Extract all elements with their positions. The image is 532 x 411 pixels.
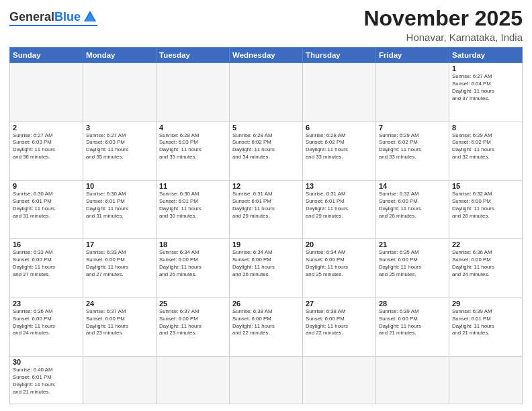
- day-number: 5: [232, 124, 300, 132]
- day-info: Sunrise: 6:33 AM Sunset: 6:00 PM Dayligh…: [13, 249, 80, 279]
- day-info: Sunrise: 6:38 AM Sunset: 6:00 PM Dayligh…: [232, 308, 300, 338]
- calendar-cell: 29Sunrise: 6:39 AM Sunset: 6:01 PM Dayli…: [449, 298, 523, 356]
- calendar-cell: 15Sunrise: 6:32 AM Sunset: 6:00 PM Dayli…: [449, 180, 523, 238]
- day-number: 15: [452, 182, 519, 190]
- day-header-tuesday: Tuesday: [157, 48, 230, 63]
- day-info: Sunrise: 6:35 AM Sunset: 6:00 PM Dayligh…: [379, 249, 446, 279]
- logo-blue-text: Blue: [54, 10, 81, 24]
- day-info: Sunrise: 6:37 AM Sunset: 6:00 PM Dayligh…: [86, 308, 153, 338]
- calendar-cell: 13Sunrise: 6:31 AM Sunset: 6:01 PM Dayli…: [303, 180, 376, 238]
- day-number: 29: [452, 300, 519, 308]
- title-block: November 2025 Honavar, Karnataka, India: [363, 7, 523, 43]
- calendar-cell: [230, 63, 303, 122]
- day-info: Sunrise: 6:27 AM Sunset: 6:04 PM Dayligh…: [452, 73, 519, 103]
- calendar-cell: [230, 357, 303, 404]
- day-info: Sunrise: 6:30 AM Sunset: 6:01 PM Dayligh…: [13, 191, 80, 220]
- calendar-cell: 5Sunrise: 6:28 AM Sunset: 6:02 PM Daylig…: [230, 122, 303, 180]
- logo-icon: [83, 9, 97, 24]
- calendar-cell: 11Sunrise: 6:30 AM Sunset: 6:01 PM Dayli…: [157, 180, 230, 238]
- day-number: 21: [379, 240, 446, 248]
- day-header-thursday: Thursday: [303, 48, 376, 63]
- day-info: Sunrise: 6:27 AM Sunset: 6:03 PM Dayligh…: [13, 132, 80, 162]
- day-header-monday: Monday: [83, 48, 157, 63]
- day-info: Sunrise: 6:32 AM Sunset: 6:00 PM Dayligh…: [379, 191, 446, 220]
- day-number: 19: [232, 240, 300, 248]
- header: General Blue November 2025 Honavar, Karn…: [9, 7, 523, 43]
- day-info: Sunrise: 6:28 AM Sunset: 6:02 PM Dayligh…: [232, 132, 300, 162]
- day-info: Sunrise: 6:34 AM Sunset: 6:00 PM Dayligh…: [159, 249, 226, 279]
- day-info: Sunrise: 6:30 AM Sunset: 6:01 PM Dayligh…: [86, 191, 153, 220]
- day-number: 17: [86, 240, 153, 248]
- calendar-table: SundayMondayTuesdayWednesdayThursdayFrid…: [9, 47, 523, 404]
- calendar-cell: [376, 357, 449, 404]
- day-number: 30: [13, 358, 80, 366]
- day-info: Sunrise: 6:32 AM Sunset: 6:00 PM Dayligh…: [452, 191, 519, 220]
- calendar-cell: 26Sunrise: 6:38 AM Sunset: 6:00 PM Dayli…: [230, 298, 303, 356]
- calendar-cell: 20Sunrise: 6:34 AM Sunset: 6:00 PM Dayli…: [303, 239, 376, 298]
- calendar-cell: 22Sunrise: 6:36 AM Sunset: 6:00 PM Dayli…: [449, 239, 523, 298]
- calendar-cell: 24Sunrise: 6:37 AM Sunset: 6:00 PM Dayli…: [83, 298, 157, 356]
- calendar-cell: 9Sunrise: 6:30 AM Sunset: 6:01 PM Daylig…: [10, 180, 83, 238]
- day-header-sunday: Sunday: [10, 48, 83, 63]
- day-number: 14: [379, 182, 446, 190]
- day-info: Sunrise: 6:34 AM Sunset: 6:00 PM Dayligh…: [306, 249, 373, 279]
- calendar-cell: 10Sunrise: 6:30 AM Sunset: 6:01 PM Dayli…: [83, 180, 157, 238]
- day-header-wednesday: Wednesday: [230, 48, 303, 63]
- calendar-cell: 12Sunrise: 6:31 AM Sunset: 6:01 PM Dayli…: [230, 180, 303, 238]
- day-number: 16: [13, 240, 80, 248]
- day-info: Sunrise: 6:36 AM Sunset: 6:00 PM Dayligh…: [452, 249, 519, 279]
- day-number: 7: [379, 124, 446, 132]
- calendar-cell: 18Sunrise: 6:34 AM Sunset: 6:00 PM Dayli…: [157, 239, 230, 298]
- calendar-cell: 6Sunrise: 6:28 AM Sunset: 6:02 PM Daylig…: [303, 122, 376, 180]
- day-number: 3: [86, 124, 153, 132]
- day-info: Sunrise: 6:33 AM Sunset: 6:00 PM Dayligh…: [86, 249, 153, 279]
- calendar-cell: [83, 63, 157, 122]
- day-info: Sunrise: 6:29 AM Sunset: 6:02 PM Dayligh…: [379, 132, 446, 162]
- calendar-cell: 2Sunrise: 6:27 AM Sunset: 6:03 PM Daylig…: [10, 122, 83, 180]
- day-number: 4: [159, 124, 226, 132]
- day-number: 13: [306, 182, 373, 190]
- calendar-cell: [449, 357, 523, 404]
- day-number: 12: [232, 182, 300, 190]
- day-number: 11: [159, 182, 226, 190]
- day-number: 20: [306, 240, 373, 248]
- calendar-cell: 23Sunrise: 6:36 AM Sunset: 6:00 PM Dayli…: [10, 298, 83, 356]
- calendar-cell: 21Sunrise: 6:35 AM Sunset: 6:00 PM Dayli…: [376, 239, 449, 298]
- calendar-cell: 16Sunrise: 6:33 AM Sunset: 6:00 PM Dayli…: [10, 239, 83, 298]
- day-number: 6: [306, 124, 373, 132]
- day-info: Sunrise: 6:39 AM Sunset: 6:00 PM Dayligh…: [379, 308, 446, 338]
- day-number: 28: [379, 300, 446, 308]
- day-info: Sunrise: 6:36 AM Sunset: 6:00 PM Dayligh…: [13, 308, 80, 338]
- day-number: 1: [452, 64, 519, 73]
- day-info: Sunrise: 6:38 AM Sunset: 6:00 PM Dayligh…: [306, 308, 373, 338]
- day-number: 27: [306, 300, 373, 308]
- calendar-cell: 17Sunrise: 6:33 AM Sunset: 6:00 PM Dayli…: [83, 239, 157, 298]
- calendar-cell: 3Sunrise: 6:27 AM Sunset: 6:03 PM Daylig…: [83, 122, 157, 180]
- calendar-cell: [376, 63, 449, 122]
- day-number: 8: [452, 124, 519, 132]
- calendar-cell: [303, 63, 376, 122]
- calendar-cell: 4Sunrise: 6:28 AM Sunset: 6:03 PM Daylig…: [157, 122, 230, 180]
- calendar-cell: 14Sunrise: 6:32 AM Sunset: 6:00 PM Dayli…: [376, 180, 449, 238]
- day-info: Sunrise: 6:27 AM Sunset: 6:03 PM Dayligh…: [86, 132, 153, 162]
- day-info: Sunrise: 6:40 AM Sunset: 6:01 PM Dayligh…: [13, 367, 80, 396]
- day-info: Sunrise: 6:31 AM Sunset: 6:01 PM Dayligh…: [306, 191, 373, 220]
- day-number: 10: [86, 182, 153, 190]
- day-info: Sunrise: 6:28 AM Sunset: 6:03 PM Dayligh…: [159, 132, 226, 162]
- day-number: 9: [13, 182, 80, 190]
- day-info: Sunrise: 6:39 AM Sunset: 6:01 PM Dayligh…: [452, 308, 519, 338]
- calendar-cell: 28Sunrise: 6:39 AM Sunset: 6:00 PM Dayli…: [376, 298, 449, 356]
- day-number: 22: [452, 240, 519, 248]
- day-number: 2: [13, 124, 80, 132]
- calendar-cell: 25Sunrise: 6:37 AM Sunset: 6:00 PM Dayli…: [157, 298, 230, 356]
- logo-underline: [9, 25, 97, 26]
- calendar-cell: 30Sunrise: 6:40 AM Sunset: 6:01 PM Dayli…: [10, 357, 83, 404]
- calendar-cell: 19Sunrise: 6:34 AM Sunset: 6:00 PM Dayli…: [230, 239, 303, 298]
- day-info: Sunrise: 6:31 AM Sunset: 6:01 PM Dayligh…: [232, 191, 300, 220]
- day-number: 26: [232, 300, 300, 308]
- calendar-cell: 7Sunrise: 6:29 AM Sunset: 6:02 PM Daylig…: [376, 122, 449, 180]
- day-number: 25: [159, 300, 226, 308]
- page: General Blue November 2025 Honavar, Karn…: [0, 0, 532, 411]
- logo-general-text: General: [9, 10, 54, 24]
- day-number: 18: [159, 240, 226, 248]
